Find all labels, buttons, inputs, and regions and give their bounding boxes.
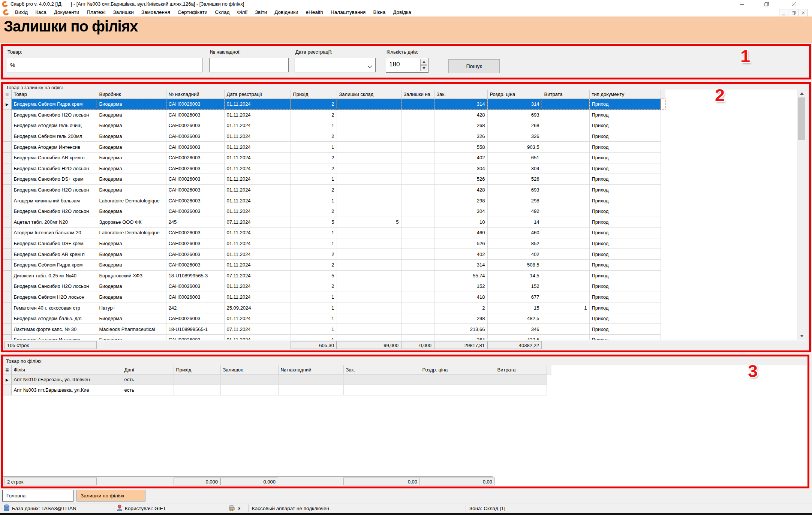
- column-header[interactable]: № накладний: [278, 365, 343, 374]
- tab-golovna[interactable]: Головна: [2, 490, 73, 502]
- table-row[interactable]: Лактимак форте капс. № 30Macleods Pharma…: [3, 324, 665, 335]
- office-table-scrollbar[interactable]: [797, 90, 806, 340]
- spin-down-button[interactable]: [420, 65, 427, 71]
- table-row[interactable]: Биодерма Сансибио Н2О лосьонБиодермаСАН0…: [3, 281, 665, 292]
- table-row[interactable]: Ацетал табл. 200мг N20Здоровье ООО ФК245…: [3, 217, 665, 228]
- table-row[interactable]: Биодерма Сансибио DS+ кремБиодермаСАН000…: [3, 174, 665, 185]
- application-window: Скарб pro v. 4.0.0.2 [ІД: | - [Апт №003 …: [0, 0, 812, 515]
- table-row[interactable]: Биодерма Сансибио Н2О лосьонБиодермаСАН0…: [3, 184, 665, 195]
- table-row[interactable]: Биодерма Себиом гель 200млБиодермаСАН000…: [3, 131, 665, 142]
- chevron-down-icon: [367, 63, 372, 70]
- database-icon: [4, 505, 9, 513]
- footer-total: 29817,81: [434, 341, 487, 349]
- footer-total: 0,000: [220, 478, 278, 485]
- column-header[interactable]: Прихід: [174, 365, 220, 374]
- menu-bar: ВихідКасаДокументиПлатежіЗалишкиЗамовлен…: [0, 8, 812, 16]
- table-row[interactable]: Гематоген 40 г, кокосовая стрНатур+24225…: [3, 302, 665, 313]
- search-button[interactable]: Пошук: [448, 59, 500, 73]
- menu-item-orders[interactable]: Замовлення: [138, 8, 174, 16]
- table-row[interactable]: Биодерма Атодерм гель очищБиодермаСАН000…: [3, 120, 665, 131]
- column-header[interactable]: Залишок: [220, 365, 278, 374]
- menu-item-payments[interactable]: Платежі: [83, 8, 109, 16]
- menu-item-help[interactable]: Довідка: [389, 8, 415, 16]
- user-icon: [117, 505, 122, 512]
- scrollbar-thumb[interactable]: [798, 97, 805, 140]
- office-stock-table[interactable]: ≣ТоварВиробник№ накладнийДата реєстрації…: [3, 90, 797, 340]
- column-header[interactable]: Виробник: [97, 90, 166, 99]
- spin-up-button[interactable]: [420, 59, 427, 65]
- table-row[interactable]: Биодерма Атодерм ИнтенсивБиодермаСАН0002…: [3, 142, 665, 153]
- menu-item-branches[interactable]: Філії: [233, 8, 251, 16]
- branches-table[interactable]: ≣ФіліяДаніПрихідЗалишок№ накладнийЗак.Ро…: [3, 365, 807, 486]
- column-header[interactable]: тип документу: [589, 90, 661, 99]
- menu-item-stocks[interactable]: Залишки: [109, 8, 137, 16]
- menu-item-reports[interactable]: Звіти: [251, 8, 271, 16]
- menu-item-documents[interactable]: Документи: [50, 8, 83, 16]
- status-separator: [248, 505, 249, 512]
- close-button[interactable]: [787, 0, 800, 8]
- cash-register-status: Кассовый аппарат не подключен: [252, 506, 329, 511]
- menu-item-ehealth[interactable]: eHealth: [302, 8, 327, 16]
- column-header[interactable]: Роздр. ціна: [420, 365, 495, 374]
- menu-item-certificates[interactable]: Сертифікати: [174, 8, 211, 16]
- column-header[interactable]: Прихід: [291, 90, 337, 99]
- mdi-restore-button[interactable]: [789, 9, 798, 17]
- table-row[interactable]: Биодерма Сансибио Н2О лосьонБиодермаСАН0…: [3, 109, 665, 120]
- minimize-button[interactable]: [736, 0, 748, 8]
- column-header[interactable]: Філія: [11, 365, 122, 374]
- table-row[interactable]: Биодерма Атодерм ИнтенсивБиодермаСАН0002…: [3, 335, 665, 340]
- status-separator: [114, 505, 114, 512]
- table-row[interactable]: Биодерма Себиом Н2О лосьонБиодермаСАН000…: [3, 292, 665, 302]
- menu-item-directories[interactable]: Довідники: [271, 8, 302, 16]
- branches-group-title: Товар по філіях: [6, 358, 41, 364]
- column-header[interactable]: Роздр. ціна: [487, 90, 542, 99]
- menu-item-exit[interactable]: Вихід: [11, 8, 31, 16]
- mdi-close-button[interactable]: ✕: [799, 9, 808, 17]
- app-logo-icon: [2, 1, 8, 9]
- menu-item-settings[interactable]: Налаштування: [327, 8, 369, 16]
- column-header[interactable]: Дата реєстрації: [224, 90, 291, 99]
- table-row[interactable]: Дигоксин табл. 0,25 мг №40Борщаговский Х…: [3, 270, 665, 281]
- table-row[interactable]: Апт №003 пгт.Барышевка, ул.Киеесть: [3, 385, 551, 395]
- column-header[interactable]: Залишки склад: [337, 90, 401, 99]
- table-row[interactable]: Биодерма Атодерм бальз. д/лБиодермаСАН00…: [3, 313, 665, 324]
- table-row[interactable]: Биодерма Сансибио Н2О лосьонБиодермаСАН0…: [3, 163, 665, 174]
- restore-button[interactable]: [760, 0, 773, 8]
- grid-corner-icon: ≣: [5, 367, 9, 373]
- column-header[interactable]: Зак.: [434, 90, 487, 99]
- page-title: Залишки по філіях: [4, 18, 138, 35]
- mdi-minimize-button[interactable]: ▁: [779, 9, 788, 17]
- main-menu: ВихідКасаДокументиПлатежіЗалишкиЗамовлен…: [11, 8, 415, 16]
- table-row[interactable]: Атодерм Інтенсив бальзам 20Laboratoire D…: [3, 228, 665, 238]
- product-input[interactable]: [7, 58, 202, 72]
- column-header[interactable]: Дані: [122, 365, 174, 374]
- menu-item-windows[interactable]: Вікна: [369, 8, 389, 16]
- scroll-up-button[interactable]: [797, 90, 806, 97]
- menu-item-warehouse[interactable]: Склад: [211, 8, 233, 16]
- table-row[interactable]: ▶Апт №010 г.Березань, ул. Шевченесть: [3, 374, 551, 385]
- invoice-input[interactable]: [209, 58, 289, 72]
- scroll-down-button[interactable]: [797, 332, 806, 340]
- column-header[interactable]: Залишки на: [401, 90, 434, 99]
- table-row[interactable]: ▶Биодерма Себиом Гидра кремБиодермаСАН00…: [3, 99, 665, 110]
- table-row[interactable]: Биодерма Себиом Гидра кремБиодермаСАН000…: [3, 259, 665, 270]
- table-row[interactable]: Биодерма Сансибио AR крем пБиодермаСАН00…: [3, 249, 665, 260]
- days-stepper[interactable]: 180: [386, 58, 428, 73]
- column-header[interactable]: Витрата: [542, 90, 589, 99]
- footer-total: 0,000: [401, 341, 434, 349]
- office-table-footer: 105 строк605,3099,0000,00029817,8140382,…: [3, 340, 806, 350]
- table-row[interactable]: Биодерма Сансибио Н2О лосьонБиодермаСАН0…: [3, 206, 665, 217]
- tab-zalishki-po-filiyah[interactable]: Залишки по філіях: [76, 490, 145, 502]
- column-header[interactable]: Витрата: [495, 365, 547, 374]
- table-row[interactable]: Атодерм живильний бальзамLaboratoire Der…: [3, 195, 665, 206]
- column-header[interactable]: № накладний: [166, 90, 224, 99]
- annotation-number-1: 1: [740, 46, 750, 66]
- table-row[interactable]: Биодерма Сансибио DS+ кремБиодермаСАН000…: [3, 238, 665, 249]
- menu-item-kasa[interactable]: Каса: [31, 8, 50, 16]
- menu-app-icon: [3, 9, 9, 17]
- column-header[interactable]: Товар: [11, 90, 97, 99]
- registration-date-select[interactable]: [295, 58, 376, 72]
- footer-total: 0,000: [174, 478, 220, 485]
- table-row[interactable]: Биодерма Сансибио AR крем пБиодермаСАН00…: [3, 152, 665, 163]
- column-header[interactable]: Зак.: [343, 365, 420, 374]
